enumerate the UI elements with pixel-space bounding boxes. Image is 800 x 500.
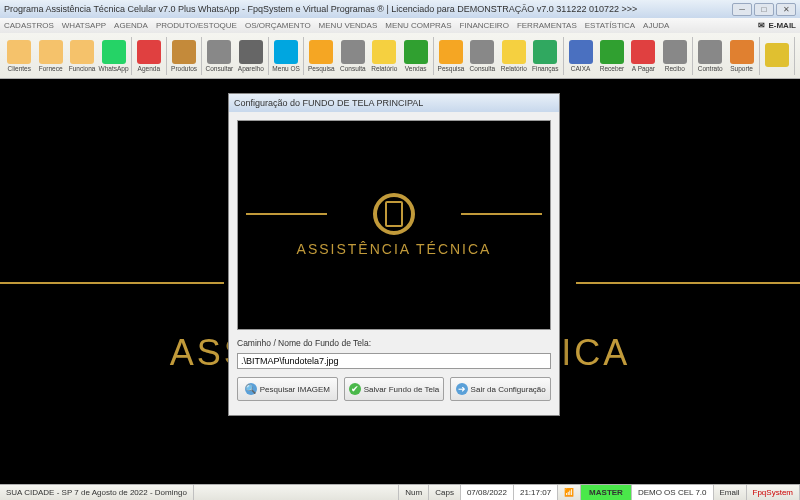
maximize-button[interactable]: □	[754, 3, 774, 16]
aparelho-icon	[239, 40, 263, 64]
menu-ajuda[interactable]: AJUDA	[643, 21, 669, 30]
wallpaper-preview: ASSISTÊNCIA TÉCNICA	[237, 120, 551, 330]
magnifier-icon: 🔍	[245, 383, 257, 395]
funcionarios-icon	[70, 40, 94, 64]
toolbar-consulta-os[interactable]: Consulta	[338, 35, 368, 77]
produtos-icon	[172, 40, 196, 64]
menu-os[interactable]: OS/ORÇAMENTO	[245, 21, 311, 30]
toolbar: ClientesForneceFuncionaWhatsAppAgendaPro…	[0, 33, 800, 79]
consulta-os-icon	[341, 40, 365, 64]
status-email[interactable]: Email	[714, 485, 747, 500]
toolbar-agenda[interactable]: Agenda	[134, 35, 164, 77]
toolbar-financas[interactable]: Finanças	[530, 35, 560, 77]
status-time: 21:17:07	[514, 485, 558, 500]
financas-icon	[533, 40, 557, 64]
toolbar-recibo[interactable]: Recibo	[660, 35, 690, 77]
consultar-produtos-icon	[207, 40, 231, 64]
recibo-icon	[663, 40, 687, 64]
menu-produto[interactable]: PRODUTO/ESTOQUE	[156, 21, 237, 30]
vendas-icon	[404, 40, 428, 64]
menu-vendas[interactable]: MENU VENDAS	[319, 21, 378, 30]
path-input[interactable]	[237, 353, 551, 369]
status-master: MASTER	[581, 485, 632, 500]
search-image-button[interactable]: 🔍Pesquisar IMAGEM	[237, 377, 338, 401]
status-date: 07/08/2022	[461, 485, 514, 500]
menu-estatistica[interactable]: ESTATÍSTICA	[585, 21, 635, 30]
toolbar-menu-os[interactable]: Menu OS	[271, 35, 301, 77]
status-signal-icon: 📶	[558, 485, 581, 500]
exit-config-button[interactable]: ➜Sair da Configuração	[450, 377, 551, 401]
toolbar-sair[interactable]	[762, 35, 792, 77]
menu-os-icon	[274, 40, 298, 64]
config-dialog: Configuração do FUNDO DE TELA PRINCIPAL …	[228, 93, 560, 416]
relatorio-os-icon	[372, 40, 396, 64]
toolbar-vendas[interactable]: Vendas	[400, 35, 430, 77]
toolbar-receber[interactable]: Receber	[597, 35, 627, 77]
toolbar-aparelho[interactable]: Aparelho	[236, 35, 266, 77]
relatorio-vendas-icon	[502, 40, 526, 64]
whatsapp-icon	[102, 40, 126, 64]
toolbar-a-pagar[interactable]: A Pagar	[628, 35, 658, 77]
status-brand: FpqSystem	[747, 485, 800, 500]
toolbar-pesquisa-vendas[interactable]: Pesquisa	[436, 35, 466, 77]
menu-agenda[interactable]: AGENDA	[114, 21, 148, 30]
window-title: Programa Assistência Técnica Celular v7.…	[4, 4, 730, 14]
toolbar-pesquisa-os[interactable]: Pesquisa	[306, 35, 336, 77]
toolbar-relatorio-os[interactable]: Relatório	[369, 35, 399, 77]
minimize-button[interactable]: ─	[732, 3, 752, 16]
suporte-icon	[730, 40, 754, 64]
toolbar-fornecedores[interactable]: Fornece	[35, 35, 65, 77]
arrow-right-icon: ➜	[456, 383, 468, 395]
status-caps: Caps	[429, 485, 461, 500]
menu-cadastros[interactable]: CADASTROS	[4, 21, 54, 30]
sair-icon	[765, 43, 789, 67]
preview-text: ASSISTÊNCIA TÉCNICA	[297, 241, 492, 257]
toolbar-contrato[interactable]: Contrato	[695, 35, 725, 77]
menu-email[interactable]: ✉E-MAIL	[758, 21, 796, 30]
a-pagar-icon	[631, 40, 655, 64]
menu-ferramentas[interactable]: FERRAMENTAS	[517, 21, 577, 30]
consulta-vendas-icon	[470, 40, 494, 64]
close-button[interactable]: ✕	[776, 3, 796, 16]
workspace: ASSISTÊNCIA TÉCNICA Configuração do FUND…	[0, 79, 800, 484]
toolbar-whatsapp[interactable]: WhatsApp	[98, 35, 128, 77]
toolbar-consultar-produtos[interactable]: Consultar	[204, 35, 234, 77]
pesquisa-vendas-icon	[439, 40, 463, 64]
status-num: Num	[399, 485, 429, 500]
save-wallpaper-button[interactable]: ✔Salvar Fundo de Tela	[344, 377, 445, 401]
fornecedores-icon	[39, 40, 63, 64]
contrato-icon	[698, 40, 722, 64]
path-label: Caminho / Nome do Fundo de Tela:	[237, 338, 551, 348]
toolbar-suporte[interactable]: Suporte	[726, 35, 756, 77]
toolbar-caixa[interactable]: CAIXA	[565, 35, 595, 77]
path-field: Caminho / Nome do Fundo de Tela:	[237, 338, 551, 369]
menu-financeiro[interactable]: FINANCEIRO	[460, 21, 509, 30]
check-icon: ✔	[349, 383, 361, 395]
envelope-icon: ✉	[758, 21, 765, 30]
window-titlebar: Programa Assistência Técnica Celular v7.…	[0, 0, 800, 18]
toolbar-funcionarios[interactable]: Funciona	[67, 35, 97, 77]
pesquisa-os-icon	[309, 40, 333, 64]
statusbar: SUA CIDADE - SP 7 de Agosto de 2022 - Do…	[0, 484, 800, 500]
menubar: CADASTROS WHATSAPP AGENDA PRODUTO/ESTOQU…	[0, 18, 800, 33]
status-location: SUA CIDADE - SP 7 de Agosto de 2022 - Do…	[0, 485, 194, 500]
toolbar-produtos[interactable]: Produtos	[169, 35, 199, 77]
toolbar-consulta-vendas[interactable]: Consulta	[467, 35, 497, 77]
toolbar-relatorio-vendas[interactable]: Relatório	[499, 35, 529, 77]
toolbar-clientes[interactable]: Clientes	[4, 35, 34, 77]
preview-gear-icon	[373, 193, 415, 235]
caixa-icon	[569, 40, 593, 64]
clientes-icon	[7, 40, 31, 64]
agenda-icon	[137, 40, 161, 64]
dialog-title[interactable]: Configuração do FUNDO DE TELA PRINCIPAL	[229, 94, 559, 112]
receber-icon	[600, 40, 624, 64]
status-version: DEMO OS CEL 7.0	[632, 485, 714, 500]
menu-compras[interactable]: MENU COMPRAS	[385, 21, 451, 30]
menu-whatsapp[interactable]: WHATSAPP	[62, 21, 106, 30]
